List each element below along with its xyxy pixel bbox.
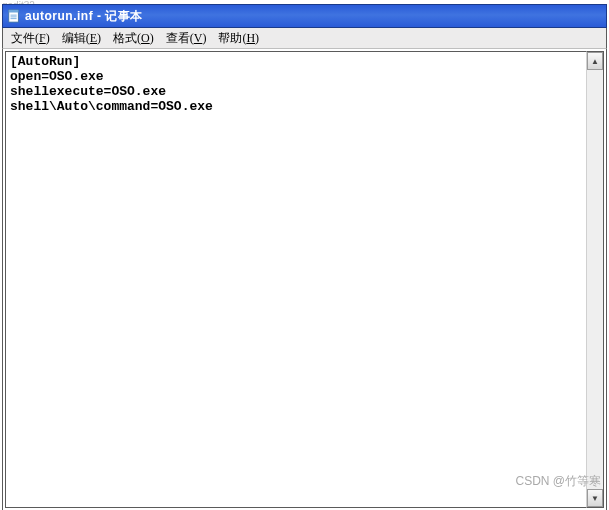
menu-format[interactable]: 格式(O) [109, 29, 158, 48]
text-editor[interactable]: [AutoRun] open=OSO.exe shellexecute=OSO.… [5, 51, 586, 508]
title-bar[interactable]: autorun.inf - 记事本 [2, 4, 607, 28]
notepad-window: autorun.inf - 记事本 文件(F) 编辑(E) 格式(O) 查看(V… [2, 4, 607, 510]
scroll-up-button[interactable]: ▲ [587, 52, 603, 70]
notepad-icon [7, 9, 21, 23]
window-title: autorun.inf - 记事本 [25, 8, 143, 25]
menu-file[interactable]: 文件(F) [7, 29, 54, 48]
menu-view[interactable]: 查看(V) [162, 29, 211, 48]
svg-rect-1 [9, 10, 19, 13]
menu-bar: 文件(F) 编辑(E) 格式(O) 查看(V) 帮助(H) [2, 28, 607, 49]
scroll-down-button[interactable]: ▼ [587, 489, 603, 507]
menu-help[interactable]: 帮助(H) [214, 29, 263, 48]
scroll-track[interactable] [587, 70, 603, 489]
content-frame: [AutoRun] open=OSO.exe shellexecute=OSO.… [2, 49, 607, 510]
menu-edit[interactable]: 编辑(E) [58, 29, 105, 48]
vertical-scrollbar[interactable]: ▲ ▼ [586, 51, 604, 508]
